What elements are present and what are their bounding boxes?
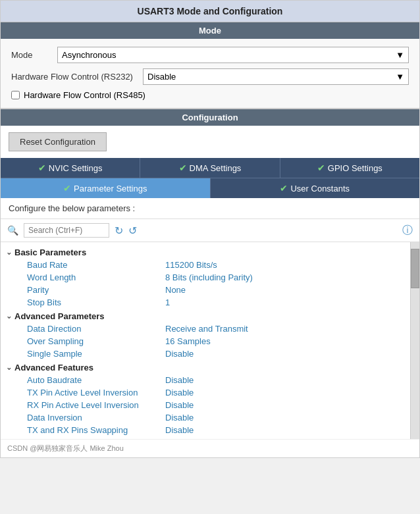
group-advanced-label: Advanced Parameters bbox=[14, 311, 105, 321]
group-basic-label: Basic Parameters bbox=[14, 247, 86, 257]
hw-flow-label: Hardware Flow Control (RS232) bbox=[11, 72, 143, 82]
gpio-check-icon: ✔ bbox=[317, 163, 325, 173]
scrollbar[interactable] bbox=[410, 242, 419, 439]
mode-section: Mode Asynchronous ▼ Hardware Flow Contro… bbox=[1, 39, 419, 109]
group-advanced-parameters[interactable]: ⌄ Advanced Parameters bbox=[6, 309, 410, 322]
tab-nvic-label: NVIC Settings bbox=[49, 163, 103, 173]
param-data-inversion-value: Disable bbox=[165, 413, 194, 423]
params-info: Configure the below parameters : bbox=[1, 198, 419, 219]
search-icon: 🔍 bbox=[7, 225, 18, 236]
hw-flow-value: Disable bbox=[147, 72, 176, 82]
param-rx-pin-active[interactable]: RX Pin Active Level Inversion Disable bbox=[6, 399, 410, 411]
tab-dma-label: DMA Settings bbox=[190, 163, 242, 173]
param-tx-pin-active[interactable]: TX Pin Active Level Inversion Disable bbox=[6, 386, 410, 399]
params-tree-area: ⌄ Basic Parameters Baud Rate 115200 Bits… bbox=[1, 242, 419, 439]
param-data-direction-name: Data Direction bbox=[27, 324, 165, 334]
param-baud-rate[interactable]: Baud Rate 115200 Bits/s bbox=[6, 259, 410, 271]
mode-row: Mode Asynchronous ▼ bbox=[11, 47, 409, 63]
params-tree: ⌄ Basic Parameters Baud Rate 115200 Bits… bbox=[1, 242, 419, 439]
mode-select-value: Asynchronous bbox=[62, 50, 116, 60]
chevron-features-icon: ⌄ bbox=[6, 363, 12, 372]
nvic-check-icon: ✔ bbox=[38, 163, 46, 173]
param-baud-rate-name: Baud Rate bbox=[27, 260, 165, 270]
param-parity-value: None bbox=[165, 285, 186, 295]
param-word-length[interactable]: Word Length 8 Bits (including Parity) bbox=[6, 271, 410, 284]
param-word-length-name: Word Length bbox=[27, 272, 165, 282]
param-auto-baudrate-value: Disable bbox=[165, 375, 194, 385]
param-stop-bits-value: 1 bbox=[165, 297, 170, 307]
param-rx-pin-active-name: RX Pin Active Level Inversion bbox=[27, 400, 165, 410]
param-data-direction-value: Receive and Transmit bbox=[165, 324, 248, 334]
param-single-sample-value: Disable bbox=[165, 349, 194, 359]
redo-icon[interactable]: ↺ bbox=[128, 224, 137, 237]
param-baud-rate-value: 115200 Bits/s bbox=[165, 260, 217, 270]
hw-flow-select[interactable]: Disable ▼ bbox=[143, 68, 409, 85]
param-check-icon: ✔ bbox=[63, 183, 71, 193]
chevron-down-icon2: ▼ bbox=[396, 72, 404, 82]
reset-config-button[interactable]: Reset Configuration bbox=[9, 132, 107, 151]
tab-parameter-settings[interactable]: ✔ Parameter Settings bbox=[1, 178, 211, 198]
chevron-basic-icon: ⌄ bbox=[6, 248, 12, 257]
group-basic-parameters[interactable]: ⌄ Basic Parameters bbox=[6, 245, 410, 259]
config-section: Reset Configuration ✔ NVIC Settings ✔ DM… bbox=[1, 126, 419, 457]
param-tx-pin-active-value: Disable bbox=[165, 388, 194, 398]
param-over-sampling-name: Over Sampling bbox=[27, 336, 165, 346]
param-tx-rx-pins-swap-name: TX and RX Pins Swapping bbox=[27, 425, 165, 435]
watermark: CSDN @网易独家音乐人 Mike Zhou bbox=[1, 439, 419, 457]
param-over-sampling-value: 16 Samples bbox=[165, 336, 211, 346]
undo-icon[interactable]: ↻ bbox=[115, 224, 123, 237]
dma-check-icon: ✔ bbox=[179, 163, 187, 173]
param-data-inversion[interactable]: Data Inversion Disable bbox=[6, 411, 410, 424]
tab-gpio-label: GPIO Settings bbox=[328, 163, 382, 173]
user-check-icon: ✔ bbox=[280, 183, 288, 193]
tab-nvic-settings[interactable]: ✔ NVIC Settings bbox=[1, 158, 140, 178]
mode-select[interactable]: Asynchronous ▼ bbox=[57, 47, 409, 63]
search-input[interactable] bbox=[24, 223, 109, 238]
param-tx-rx-pins-swap-value: Disable bbox=[165, 425, 194, 435]
hw-rs485-checkbox[interactable] bbox=[11, 91, 20, 99]
param-single-sample[interactable]: Single Sample Disable bbox=[6, 347, 410, 360]
param-data-direction[interactable]: Data Direction Receive and Transmit bbox=[6, 322, 410, 335]
param-tx-rx-pins-swap[interactable]: TX and RX Pins Swapping Disable bbox=[6, 424, 410, 436]
param-stop-bits[interactable]: Stop Bits 1 bbox=[6, 296, 410, 309]
chevron-advanced-icon: ⌄ bbox=[6, 312, 12, 321]
tab-param-label: Parameter Settings bbox=[74, 184, 147, 193]
hw-rs485-row: Hardware Flow Control (RS485) bbox=[11, 90, 409, 100]
search-bar: 🔍 ↻ ↺ ⓘ bbox=[1, 219, 419, 242]
hw-rs485-label: Hardware Flow Control (RS485) bbox=[24, 90, 145, 100]
group-advanced-features[interactable]: ⌄ Advanced Features bbox=[6, 360, 410, 374]
param-data-inversion-name: Data Inversion bbox=[27, 413, 165, 423]
param-word-length-value: 8 Bits (including Parity) bbox=[165, 272, 253, 282]
tabs-row2: ✔ Parameter Settings ✔ User Constants bbox=[1, 178, 419, 198]
tab-dma-settings[interactable]: ✔ DMA Settings bbox=[140, 158, 280, 178]
tab-user-label: User Constants bbox=[290, 184, 350, 193]
group-features-label: Advanced Features bbox=[14, 363, 93, 373]
tab-user-constants[interactable]: ✔ User Constants bbox=[211, 178, 420, 198]
mode-label: Mode bbox=[11, 50, 57, 60]
param-over-sampling[interactable]: Over Sampling 16 Samples bbox=[6, 335, 410, 347]
chevron-down-icon: ▼ bbox=[396, 50, 404, 60]
tab-gpio-settings[interactable]: ✔ GPIO Settings bbox=[280, 158, 419, 178]
config-section-header: Configuration bbox=[1, 109, 419, 126]
param-auto-baudrate[interactable]: Auto Baudrate Disable bbox=[6, 374, 410, 386]
info-icon: ⓘ bbox=[402, 224, 413, 238]
param-parity[interactable]: Parity None bbox=[6, 284, 410, 296]
param-auto-baudrate-name: Auto Baudrate bbox=[27, 375, 165, 385]
param-rx-pin-active-value: Disable bbox=[165, 400, 194, 410]
hw-flow-row: Hardware Flow Control (RS232) Disable ▼ bbox=[11, 68, 409, 85]
param-single-sample-name: Single Sample bbox=[27, 349, 165, 359]
reset-btn-area: Reset Configuration bbox=[1, 126, 419, 158]
param-stop-bits-name: Stop Bits bbox=[27, 297, 165, 307]
param-parity-name: Parity bbox=[27, 285, 165, 295]
mode-section-header: Mode bbox=[1, 22, 419, 39]
tabs-row1: ✔ NVIC Settings ✔ DMA Settings ✔ GPIO Se… bbox=[1, 158, 419, 178]
window-title: USART3 Mode and Configuration bbox=[1, 1, 419, 22]
param-tx-pin-active-name: TX Pin Active Level Inversion bbox=[27, 388, 165, 398]
scrollbar-thumb[interactable] bbox=[411, 249, 419, 288]
